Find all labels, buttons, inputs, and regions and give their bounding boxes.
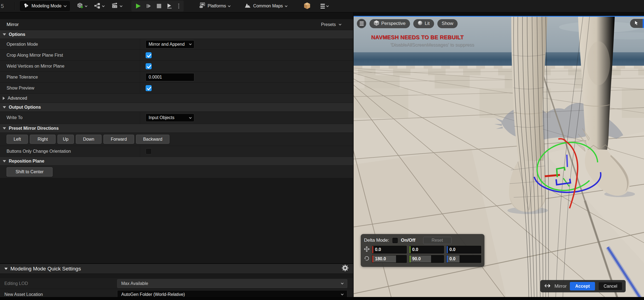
common-maps-dropdown[interactable]: Common Maps: [244, 2, 287, 10]
play-options-kebab-icon[interactable]: [178, 4, 179, 8]
show-preview-checkbox[interactable]: [146, 85, 152, 91]
quick-settings-header[interactable]: Modeling Mode Quick Settings: [0, 263, 353, 274]
node-graph-icon: [94, 2, 101, 10]
section-reposition-plane[interactable]: Reposition Plane: [0, 157, 353, 166]
row-plane-tolerance: Plane Tolerance 0.0001: [0, 72, 353, 83]
viewport-column: Perspective Lit Show NAVMESH NEEDS TO BE…: [354, 13, 644, 300]
toolbar-divider: [15, 2, 15, 10]
tolerance-label: Plane Tolerance: [0, 72, 140, 82]
mirror-left-button[interactable]: Left: [7, 135, 28, 144]
triangle-down-icon: [3, 160, 6, 162]
shift-to-center-button[interactable]: Shift to Center: [7, 167, 53, 177]
orientation-checkbox[interactable]: [146, 148, 152, 154]
chevron-down-icon: [285, 4, 287, 7]
perspective-label: Perspective: [381, 21, 406, 26]
mirror-down-button[interactable]: Down: [76, 135, 102, 144]
presets-dropdown[interactable]: Presets: [321, 22, 341, 27]
reposition-buttons-row: Shift to Center: [0, 166, 353, 178]
operation-mode-label: Operation Mode: [0, 39, 140, 50]
mirror-up-button[interactable]: Up: [57, 135, 74, 144]
stop-button[interactable]: [157, 4, 161, 8]
unreal-editor-window: 5 Modeling Mode: [0, 0, 644, 300]
chevron-down-icon: [63, 4, 67, 7]
weld-checkbox[interactable]: [146, 63, 152, 69]
main-area: Mirror Presets Options Operation Mode Mi…: [0, 13, 644, 300]
editing-lod-label: Editing LOD: [0, 281, 117, 286]
row-buttons-only-orientation: Buttons Only Change Orientation: [0, 146, 353, 157]
clapperboard-icon: [111, 2, 119, 10]
write-to-dropdown[interactable]: Input Objects: [146, 114, 194, 122]
rotate-z-field[interactable]: 0.0: [446, 255, 481, 263]
rotate-row: 180.0 90.0 0.0: [364, 255, 481, 263]
triangle-down-icon: [4, 268, 8, 270]
blueprints-button[interactable]: [94, 2, 104, 10]
translate-z-field[interactable]: 0.0: [446, 246, 481, 253]
cinematics-button[interactable]: [111, 2, 122, 10]
delta-mode-checkbox[interactable]: [392, 238, 398, 243]
chevron-down-icon: [341, 282, 344, 284]
viewport-options-button[interactable]: [357, 19, 366, 28]
mirror-backward-button[interactable]: Backward: [136, 135, 169, 144]
mirror-bar-label: Mirror: [555, 284, 567, 289]
package-box-icon: [304, 2, 311, 10]
modeling-mode-dropdown[interactable]: Modeling Mode: [20, 1, 70, 11]
perspective-cube-icon: [374, 20, 379, 27]
select-cursor-button[interactable]: [630, 19, 643, 28]
cropped-edge-text: 5: [1, 3, 4, 9]
mirror-accept-bar: Mirror Accept Cancel: [540, 280, 626, 292]
lit-label: Lit: [425, 21, 430, 26]
write-to-label: Write To: [0, 112, 140, 124]
accept-button[interactable]: Accept: [570, 282, 595, 290]
play-controls: [131, 1, 184, 11]
settings-menu-button[interactable]: [320, 4, 328, 8]
rotate-y-field[interactable]: 90.0: [409, 255, 444, 263]
triangle-right-icon: [3, 97, 5, 100]
platforms-label: Platforms: [208, 4, 226, 8]
suppress-hint: 'DisableAllScreenMessages' to suppress: [390, 42, 474, 48]
section-options[interactable]: Options: [0, 30, 353, 39]
show-dropdown[interactable]: Show: [437, 19, 458, 28]
chevron-down-icon: [102, 4, 105, 7]
lit-sphere-icon: [418, 21, 423, 27]
cancel-button[interactable]: Cancel: [598, 282, 622, 290]
translate-icon: [364, 246, 369, 253]
add-content-button[interactable]: [77, 2, 87, 10]
crop-checkbox[interactable]: [146, 52, 152, 58]
content-box-button[interactable]: [304, 2, 311, 10]
chevron-down-icon: [228, 4, 231, 7]
mountain-icon: [244, 2, 251, 10]
frame-skip-button[interactable]: [146, 4, 151, 8]
translate-y-field[interactable]: 0.0: [409, 246, 444, 253]
section-advanced[interactable]: Advanced: [0, 94, 353, 103]
panel-top-gap: [0, 13, 353, 19]
mirror-tool-icon: [544, 283, 551, 290]
launch-button[interactable]: [167, 3, 172, 9]
platforms-dropdown[interactable]: Platforms: [199, 2, 230, 10]
triangle-down-icon: [3, 33, 6, 36]
translate-x-field[interactable]: 0.0: [372, 246, 407, 253]
weld-label: Weld Vertices on Mirror Plane: [0, 61, 140, 71]
reset-button[interactable]: Reset: [423, 237, 452, 244]
orientation-label: Buttons Only Change Orientation: [0, 146, 140, 157]
viewport: Perspective Lit Show NAVMESH NEEDS TO BE…: [354, 16, 644, 300]
editing-lod-dropdown[interactable]: Max Available: [117, 279, 347, 288]
row-operation-mode: Operation Mode Mirror and Append: [0, 39, 353, 50]
section-preset-mirror-directions[interactable]: Preset Mirror Directions: [0, 124, 353, 133]
section-output-options[interactable]: Output Options: [0, 103, 353, 112]
perspective-dropdown[interactable]: Perspective: [369, 19, 410, 28]
delta-mode-label: Delta Mode:: [364, 238, 389, 243]
operation-mode-dropdown[interactable]: Mirror and Append: [146, 40, 194, 48]
chevron-down-icon: [120, 4, 122, 7]
common-maps-label: Common Maps: [253, 4, 283, 8]
main-toolbar: 5 Modeling Mode: [0, 0, 644, 13]
mirror-forward-button[interactable]: Forward: [103, 135, 134, 144]
mirror-right-button[interactable]: Right: [30, 135, 56, 144]
viewport-top-strip: [354, 13, 644, 16]
gear-icon[interactable]: [342, 264, 349, 273]
lit-dropdown[interactable]: Lit: [413, 19, 434, 28]
play-button[interactable]: [136, 3, 141, 9]
direction-buttons-row: Left Right Up Down Forward Backward: [0, 133, 353, 146]
cursor-arrow-icon: [634, 21, 639, 26]
rotate-x-field[interactable]: 180.0: [372, 255, 407, 263]
plane-tolerance-input[interactable]: 0.0001: [146, 73, 194, 81]
